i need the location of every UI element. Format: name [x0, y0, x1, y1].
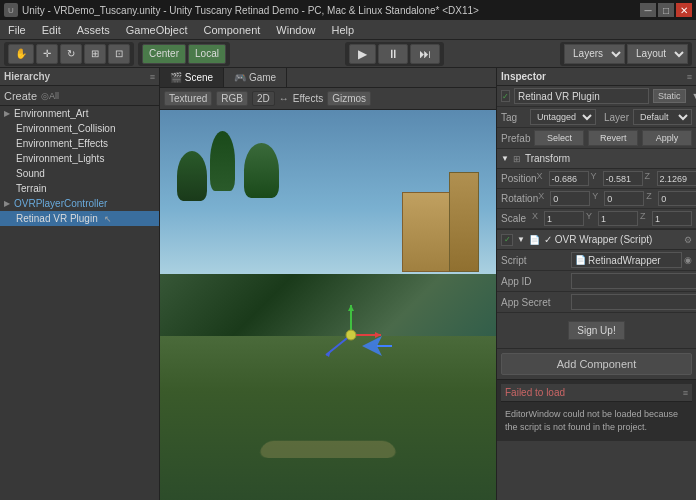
script-field: Script 📄 RetinadWrapper ◉ — [497, 250, 696, 271]
hierarchy-panel: Hierarchy ≡ Create ◎All ▶ Environment_Ar… — [0, 68, 160, 500]
center-button[interactable]: Center — [142, 44, 186, 64]
wrapper-header[interactable]: ▼ 📄 ✓ OVR Wrapper (Script) ⚙ — [497, 230, 696, 250]
rotation-inputs: X Y Z — [538, 191, 696, 206]
svg-marker-3 — [348, 305, 354, 311]
hierarchy-item[interactable]: Terrain — [0, 181, 159, 196]
minimize-button[interactable]: ─ — [640, 3, 656, 17]
scale-tool[interactable]: ⊞ — [84, 44, 106, 64]
scene-view[interactable]: Persp — [160, 110, 496, 500]
scene-panel: 🎬 Scene 🎮 Game Textured RGB 2D ↔ Effects… — [160, 68, 496, 500]
move-tool[interactable]: ✛ — [36, 44, 58, 64]
obj-active-checkbox[interactable] — [501, 90, 510, 102]
rot-x-input[interactable] — [550, 191, 590, 206]
close-button[interactable]: ✕ — [676, 3, 692, 17]
transform-label: Transform — [525, 153, 570, 164]
rot-z-input[interactable] — [658, 191, 696, 206]
hierarchy-item[interactable]: Environment_Lights — [0, 151, 159, 166]
hierarchy-item-selected[interactable]: Retinad VR Plugin ↖ — [0, 211, 159, 226]
layer-label: Layer — [604, 112, 629, 123]
rotation-label: Rotation — [501, 193, 538, 204]
pos-y-input[interactable] — [603, 171, 643, 186]
scale-x-input[interactable] — [544, 211, 584, 226]
effects-label[interactable]: Effects — [293, 93, 323, 104]
static-arrow[interactable]: ▼ — [692, 91, 696, 101]
titlebar: U Unity - VRDemo_Tuscany.unity - Unity T… — [0, 0, 696, 20]
apply-button[interactable]: Apply — [642, 130, 692, 146]
layer-dropdown[interactable]: Default — [633, 109, 692, 125]
scale-y-input[interactable] — [598, 211, 638, 226]
hierarchy-search[interactable]: ◎All — [41, 91, 59, 101]
menu-file[interactable]: File — [0, 20, 34, 39]
obj-name-input[interactable] — [514, 88, 649, 104]
hierarchy-title: Hierarchy — [4, 71, 50, 82]
hierarchy-item[interactable]: Sound — [0, 166, 159, 181]
play-controls: ▶ ⏸ ⏭ — [345, 42, 444, 66]
menu-help[interactable]: Help — [323, 20, 362, 39]
rect-tool[interactable]: ⊡ — [108, 44, 130, 64]
hierarchy-item[interactable]: Environment_Effects — [0, 136, 159, 151]
hierarchy-create[interactable]: Create — [4, 90, 37, 102]
wrapper-label: ✓ OVR Wrapper (Script) — [544, 234, 652, 245]
wrapper-menu[interactable]: ⚙ — [684, 235, 692, 245]
script-label: Script — [501, 255, 571, 266]
menu-gameobject[interactable]: GameObject — [118, 20, 196, 39]
wrapper-active-checkbox[interactable] — [501, 234, 513, 246]
transform-header[interactable]: ▼ ⊞ Transform — [497, 149, 696, 169]
hierarchy-item[interactable]: ▶ OVRPlayerController — [0, 196, 159, 211]
tag-dropdown[interactable]: Untagged — [530, 109, 596, 125]
transform-arrow: ▼ — [501, 154, 509, 163]
hierarchy-item[interactable]: Environment_Collision — [0, 121, 159, 136]
scale-z-input[interactable] — [652, 211, 692, 226]
menu-component[interactable]: Component — [195, 20, 268, 39]
pos-z-input[interactable] — [657, 171, 696, 186]
tab-scene[interactable]: 🎬 Scene — [160, 68, 224, 87]
menu-window[interactable]: Window — [268, 20, 323, 39]
wrapper-section: ▼ 📄 ✓ OVR Wrapper (Script) ⚙ Script 📄 Re… — [497, 230, 696, 349]
pos-x-input[interactable] — [549, 171, 589, 186]
inspector-obj-row: Static ▼ — [497, 86, 696, 107]
textured-label[interactable]: Textured — [164, 91, 212, 106]
failed-description: EditorWindow could not be loaded because… — [505, 408, 688, 433]
signup-button[interactable]: Sign Up! — [568, 321, 624, 340]
scale-inputs: X Y Z — [532, 211, 692, 226]
script-value-display: 📄 RetinadWrapper — [571, 252, 682, 268]
layout-dropdown[interactable]: Layout — [627, 44, 688, 64]
step-button[interactable]: ⏭ — [410, 44, 440, 64]
layers-dropdown[interactable]: Layers — [564, 44, 625, 64]
position-inputs: X Y Z — [537, 171, 696, 186]
rotate-tool[interactable]: ↻ — [60, 44, 82, 64]
rgb-label[interactable]: RGB — [216, 91, 248, 106]
prefab-row: Prefab Select Revert Apply — [497, 128, 696, 149]
revert-button[interactable]: Revert — [588, 130, 638, 146]
appsecret-input[interactable] — [571, 294, 696, 310]
play-button[interactable]: ▶ — [349, 44, 376, 64]
layers-group: Layers Layout — [560, 42, 692, 66]
hierarchy-list: ▶ Environment_Art Environment_Collision … — [0, 106, 159, 500]
maximize-button[interactable]: □ — [658, 3, 674, 17]
gizmos-label[interactable]: Gizmos — [327, 91, 371, 106]
2d-label[interactable]: 2D — [252, 91, 275, 106]
menu-edit[interactable]: Edit — [34, 20, 69, 39]
menu-assets[interactable]: Assets — [69, 20, 118, 39]
svg-point-6 — [346, 330, 356, 340]
appid-input[interactable] — [571, 273, 696, 289]
select-button[interactable]: Select — [534, 130, 584, 146]
failed-menu[interactable]: ≡ — [683, 388, 688, 398]
scene-tabs: 🎬 Scene 🎮 Game — [160, 68, 496, 88]
hand-tool[interactable]: ✋ — [8, 44, 34, 64]
window-title: Unity - VRDemo_Tuscany.unity - Unity Tus… — [22, 5, 479, 16]
failed-header: Failed to load ≡ — [501, 384, 692, 402]
appsecret-label: App Secret — [501, 297, 571, 308]
tab-game[interactable]: 🎮 Game — [224, 68, 287, 87]
hierarchy-item[interactable]: ▶ Environment_Art — [0, 106, 159, 121]
inspector-title: Inspector — [501, 71, 546, 82]
script-select-icon[interactable]: ◉ — [684, 255, 692, 265]
add-component-button[interactable]: Add Component — [501, 353, 692, 375]
window-controls[interactable]: ─ □ ✕ — [640, 3, 692, 17]
pause-button[interactable]: ⏸ — [378, 44, 408, 64]
local-button[interactable]: Local — [188, 44, 226, 64]
rot-y-input[interactable] — [604, 191, 644, 206]
hierarchy-toolbar: Create ◎All — [0, 86, 159, 106]
script-file-icon: 📄 — [575, 255, 586, 265]
toolbar: ✋ ✛ ↻ ⊞ ⊡ Center Local ▶ ⏸ ⏭ Layers Layo… — [0, 40, 696, 68]
